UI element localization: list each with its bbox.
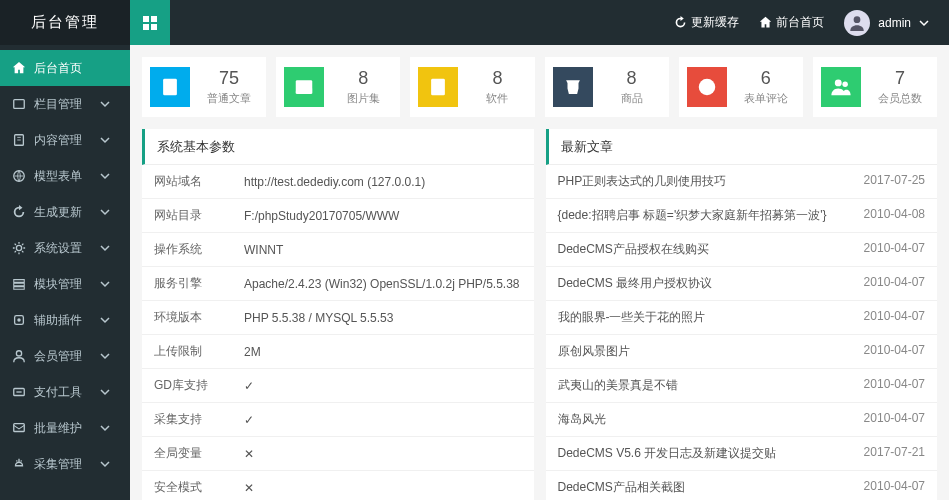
chevron-down-icon: [100, 243, 110, 253]
param-value: ✓: [232, 403, 534, 437]
sidebar: 后台首页栏目管理内容管理模型表单生成更新系统设置模块管理辅助插件会员管理支付工具…: [0, 45, 130, 500]
article-row[interactable]: DedeCMS V5.6 开发日志及新建议提交贴2017-07-21: [546, 437, 938, 471]
article-row[interactable]: DedeCMS产品相关截图2010-04-07: [546, 471, 938, 500]
param-value: ✓: [232, 369, 534, 403]
system-row: 安全模式✕: [142, 471, 534, 501]
article-row[interactable]: DedeCMS 最终用户授权协议2010-04-07: [546, 267, 938, 301]
stat-card-4[interactable]: 6表单评论: [679, 57, 803, 117]
article-date: 2010-04-07: [864, 309, 925, 326]
sidebar-item-0[interactable]: 后台首页: [0, 50, 130, 86]
svg-rect-15: [14, 424, 25, 432]
svg-point-26: [842, 82, 848, 88]
nav-icon: [12, 97, 26, 111]
chevron-down-icon: [100, 315, 110, 325]
frontend-link[interactable]: 前台首页: [759, 14, 824, 31]
param-key: 环境版本: [142, 301, 232, 335]
article-date: 2010-04-07: [864, 411, 925, 428]
sidebar-item-7[interactable]: 辅助插件: [0, 302, 130, 338]
chevron-down-icon: [100, 135, 110, 145]
stat-number: 8: [468, 68, 526, 89]
nav-label: 生成更新: [34, 204, 82, 221]
sidebar-item-4[interactable]: 生成更新: [0, 194, 130, 230]
nav-icon: [12, 277, 26, 291]
nav-label: 模型表单: [34, 168, 82, 185]
refresh-cache-link[interactable]: 更新缓存: [674, 14, 739, 31]
system-row: 网站目录F:/phpStudy20170705/WWW: [142, 199, 534, 233]
stat-label: 普通文章: [200, 91, 258, 106]
stat-card-2[interactable]: 8软件: [410, 57, 534, 117]
chevron-down-icon: [100, 171, 110, 181]
article-title: 海岛风光: [558, 411, 864, 428]
sidebar-toggle[interactable]: [130, 0, 170, 45]
nav-icon: [12, 61, 26, 75]
article-date: 2010-04-08: [864, 207, 925, 224]
param-key: 服务引擎: [142, 267, 232, 301]
sidebar-item-5[interactable]: 系统设置: [0, 230, 130, 266]
param-key: 网站目录: [142, 199, 232, 233]
article-title: DedeCMS产品授权在线购买: [558, 241, 864, 258]
stat-card-3[interactable]: 8商品: [545, 57, 669, 117]
article-row[interactable]: 原创风景图片2010-04-07: [546, 335, 938, 369]
article-date: 2010-04-07: [864, 343, 925, 360]
chevron-down-icon: [100, 99, 110, 109]
chevron-down-icon: [100, 207, 110, 217]
grid-icon: [142, 15, 158, 31]
refresh-label: 更新缓存: [691, 14, 739, 31]
stat-number: 6: [737, 68, 795, 89]
stat-label: 商品: [603, 91, 661, 106]
nav-icon: [12, 421, 26, 435]
chevron-down-icon: [100, 351, 110, 361]
article-title: 我的眼界-一些关于花的照片: [558, 309, 864, 326]
article-title: DedeCMS 最终用户授权协议: [558, 275, 864, 292]
stat-card-1[interactable]: 8图片集: [276, 57, 400, 117]
svg-point-23: [702, 84, 705, 87]
article-row[interactable]: DedeCMS产品授权在线购买2010-04-07: [546, 233, 938, 267]
nav-icon: [12, 385, 26, 399]
stat-icon: [553, 67, 593, 107]
nav-label: 会员管理: [34, 348, 82, 365]
stat-card-5[interactable]: 7会员总数: [813, 57, 937, 117]
article-title: 原创风景图片: [558, 343, 864, 360]
article-row[interactable]: PHP正则表达式的几则使用技巧2017-07-25: [546, 165, 938, 199]
nav-label: 模块管理: [34, 276, 82, 293]
param-key: 操作系统: [142, 233, 232, 267]
svg-point-25: [835, 79, 842, 86]
system-row: 网站域名http://test.dedediy.com (127.0.0.1): [142, 165, 534, 199]
sidebar-item-10[interactable]: 批量维护: [0, 410, 130, 446]
article-title: DedeCMS产品相关截图: [558, 479, 864, 496]
param-value: PHP 5.5.38 / MYSQL 5.5.53: [232, 301, 534, 335]
nav-label: 内容管理: [34, 132, 82, 149]
svg-point-24: [709, 84, 712, 87]
main-content: 75普通文章8图片集8软件8商品6表单评论7会员总数 系统基本参数 网站域名ht…: [130, 45, 949, 500]
sidebar-item-3[interactable]: 模型表单: [0, 158, 130, 194]
article-date: 2010-04-07: [864, 377, 925, 394]
sidebar-item-9[interactable]: 支付工具: [0, 374, 130, 410]
svg-point-22: [698, 79, 715, 96]
article-row[interactable]: 海岛风光2010-04-07: [546, 403, 938, 437]
param-key: 全局变量: [142, 437, 232, 471]
article-row[interactable]: 武夷山的美景真是不错2010-04-07: [546, 369, 938, 403]
user-menu[interactable]: admin: [844, 10, 929, 36]
nav-icon: [12, 169, 26, 183]
svg-point-10: [16, 245, 21, 250]
chevron-down-icon: [100, 279, 110, 289]
sidebar-item-11[interactable]: 采集管理: [0, 446, 130, 482]
sidebar-item-1[interactable]: 栏目管理: [0, 86, 130, 122]
nav-icon: [12, 313, 26, 327]
nav-icon: [12, 241, 26, 255]
system-row: 采集支持✓: [142, 403, 534, 437]
sidebar-item-2[interactable]: 内容管理: [0, 122, 130, 158]
logo: 后台管理: [0, 0, 130, 45]
sidebar-item-6[interactable]: 模块管理: [0, 266, 130, 302]
stat-card-0[interactable]: 75普通文章: [142, 57, 266, 117]
nav-icon: [12, 133, 26, 147]
param-value: 2M: [232, 335, 534, 369]
article-title: {dede:招聘启事 标题='织梦大家庭新年招募第一波'}: [558, 207, 864, 224]
article-row[interactable]: 我的眼界-一些关于花的照片2010-04-07: [546, 301, 938, 335]
svg-rect-0: [143, 16, 149, 22]
sidebar-item-8[interactable]: 会员管理: [0, 338, 130, 374]
article-row[interactable]: {dede:招聘启事 标题='织梦大家庭新年招募第一波'}2010-04-08: [546, 199, 938, 233]
param-key: 上传限制: [142, 335, 232, 369]
system-info-panel: 系统基本参数 网站域名http://test.dedediy.com (127.…: [142, 129, 534, 500]
panel-title: 最新文章: [546, 129, 938, 165]
